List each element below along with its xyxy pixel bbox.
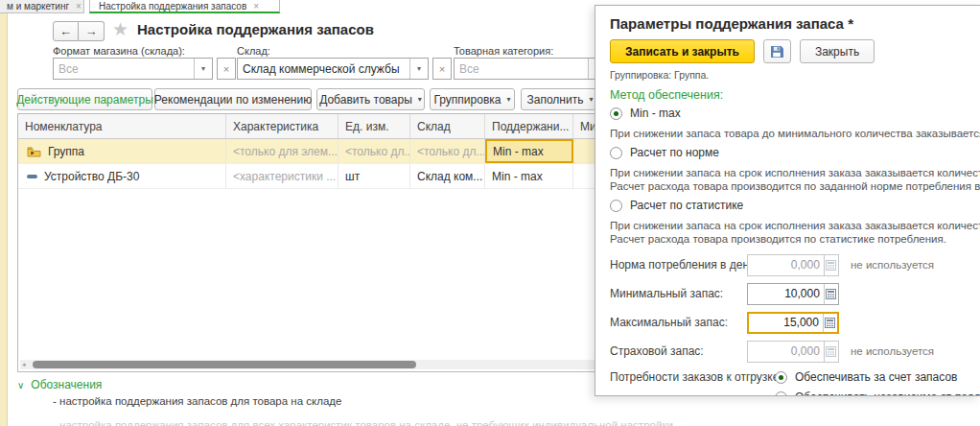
field-row-min-stock: Минимальный запас: — [610, 282, 980, 305]
radio-from-stock[interactable]: Обеспечивать за счет запасов — [775, 370, 957, 384]
app-window: м и маркетинг × Настройка поддержания за… — [0, 0, 980, 426]
cell-warehouse[interactable]: Склад ком... — [410, 164, 485, 188]
category-combo: ▾ — [454, 58, 607, 80]
store-format-combo: ▾ — [53, 58, 213, 80]
close-button[interactable]: Закрыть — [800, 39, 875, 63]
field-row-max-stock: Максимальный запас: — [610, 311, 980, 334]
cell-support-method[interactable]: Min - max — [485, 164, 573, 188]
chevron-down-icon[interactable]: ▾ — [409, 59, 428, 79]
current-params-button[interactable]: Действующие параметры — [17, 88, 152, 110]
table-row-device[interactable]: Устройство ДБ-30 <характеристики ... шт … — [18, 164, 597, 189]
stat-description-1: При снижении запаса на срок исполнения з… — [610, 219, 980, 232]
calculator-icon[interactable] — [824, 284, 838, 304]
safety-stock-input-box — [747, 341, 839, 363]
radio-icon[interactable] — [775, 391, 787, 397]
radio-norm[interactable]: Расчет по норме — [610, 146, 980, 159]
column-header-warehouse[interactable]: Склад — [410, 114, 485, 138]
warehouse-clear-button[interactable]: × — [432, 58, 452, 80]
tab-crm-marketing[interactable]: м и маркетинг × — [0, 0, 84, 13]
column-header-characteristic[interactable]: Характеристика — [226, 114, 338, 138]
tab-close-icon[interactable]: × — [76, 1, 82, 12]
legend-toggle[interactable]: ∨ Обозначения — [17, 378, 102, 391]
column-header-support[interactable]: Поддержани... — [485, 114, 573, 138]
save-and-close-button[interactable]: Записать и закрыть — [610, 39, 755, 63]
chevron-down-icon: ▾ — [418, 95, 422, 104]
store-format-label: Формат магазина (склада): — [53, 45, 185, 57]
favorite-star-icon[interactable]: ★ — [112, 18, 128, 40]
add-goods-button[interactable]: Добавить товары ▾ — [316, 88, 425, 110]
min-stock-input-box — [747, 283, 839, 305]
min-stock-input[interactable] — [748, 287, 824, 300]
safety-stock-input[interactable] — [748, 344, 824, 358]
back-button[interactable]: ← — [53, 21, 79, 41]
radio-selected-icon[interactable] — [610, 107, 622, 120]
tab-close-icon[interactable]: × — [253, 1, 259, 12]
daily-norm-input-box — [747, 254, 839, 276]
cell-nomenclature[interactable]: Устройство ДБ-30 — [18, 164, 226, 188]
not-used-note: не используется — [851, 345, 934, 357]
warehouse-label: Склад: — [237, 45, 270, 57]
cell-characteristic[interactable]: <характеристики ... — [226, 164, 338, 188]
store-format-input[interactable] — [54, 62, 194, 76]
radio-minmax[interactable]: Min - max — [610, 106, 980, 120]
method-section-label: Метод обеспечения: — [610, 88, 980, 102]
dialog-buttons: Записать и закрыть Закрыть — [610, 39, 980, 63]
shipment-needs-row-2: Обеспечивать независимо от поддержания — [610, 390, 980, 396]
radio-selected-icon[interactable] — [775, 371, 787, 384]
tab-crm-marketing-label: м и маркетинг — [7, 1, 69, 12]
max-stock-input-box — [747, 312, 839, 334]
cell-unit[interactable]: шт — [338, 164, 410, 188]
min-stock-label: Минимальный запас: — [610, 287, 747, 300]
column-header-nomenclature[interactable]: Номенклатура — [18, 114, 226, 138]
calculator-icon[interactable] — [823, 314, 837, 332]
page-title: Настройка поддержания запасов — [137, 21, 374, 37]
max-stock-label: Максимальный запас: — [610, 316, 747, 329]
not-used-note: не используется — [851, 259, 934, 271]
category-input[interactable] — [455, 62, 588, 76]
legend-title-label: Обозначения — [31, 378, 102, 391]
calculator-icon[interactable] — [824, 255, 838, 275]
cell-characteristic[interactable]: <только для элем... — [226, 139, 338, 163]
items-table: Номенклатура Характеристика Ед. изм. Скл… — [17, 113, 598, 372]
cell-warehouse[interactable]: <только дл... — [410, 139, 485, 163]
fill-button[interactable]: Заполнить ▾ — [521, 88, 599, 110]
grouping-button[interactable]: Группировка ▾ — [430, 88, 515, 110]
horizontal-scrollbar[interactable]: ◂ — [20, 360, 595, 369]
scroll-left-icon[interactable]: ◂ — [22, 361, 26, 368]
radio-icon[interactable] — [610, 147, 622, 159]
shipment-needs-label: Потребности заказов к отгрузке: — [610, 370, 775, 384]
cell-nomenclature[interactable]: Группа — [18, 139, 226, 163]
legend-item-2: - настройка поддержания запасов для всех… — [53, 419, 673, 426]
shipment-needs-row: Потребности заказов к отгрузке: Обеспечи… — [610, 370, 980, 384]
chevron-down-icon: ∨ — [17, 380, 24, 390]
warehouse-combo: ▾ — [237, 58, 429, 80]
tab-inventory-settings-label: Настройка поддержания запасов — [99, 1, 246, 12]
norm-description-1: При снижении запаса на срок исполнения з… — [610, 166, 980, 179]
table-row-group[interactable]: Группа <только для элем... <только дл...… — [18, 139, 597, 164]
radio-icon[interactable] — [610, 200, 622, 212]
chevron-down-icon[interactable]: ▾ — [194, 59, 212, 79]
scrollbar-thumb[interactable] — [33, 361, 416, 368]
radio-independent[interactable]: Обеспечивать независимо от поддержания — [775, 390, 980, 396]
warehouse-input[interactable] — [238, 62, 409, 76]
legend-item-1: - настройка поддержания запасов для това… — [53, 395, 341, 407]
floppy-disk-icon — [769, 44, 784, 59]
calculator-icon[interactable] — [824, 342, 838, 362]
max-stock-input[interactable] — [749, 316, 823, 329]
save-button[interactable] — [763, 39, 791, 63]
forward-button[interactable]: → — [79, 21, 105, 41]
grouping-note: Группировка: Группа. — [610, 69, 980, 81]
recommendations-button[interactable]: Рекомендации по изменению — [154, 88, 312, 110]
category-label: Товарная категория: — [454, 45, 553, 57]
collapsed-panel-strip[interactable] — [0, 13, 8, 426]
nav-history-group: ← → — [53, 21, 105, 41]
cell-unit[interactable]: <только дл... — [338, 139, 410, 163]
store-format-clear-button[interactable]: × — [217, 58, 236, 80]
daily-norm-input[interactable] — [748, 258, 824, 272]
radio-statistics[interactable]: Расчет по статистике — [610, 199, 980, 212]
dialog-title: Параметры поддержания запаса * — [610, 15, 980, 32]
stat-description-2: Расчет расхода товара производится по ст… — [610, 232, 980, 246]
column-header-unit[interactable]: Ед. изм. — [338, 114, 410, 138]
tab-inventory-settings[interactable]: Настройка поддержания запасов × — [89, 0, 280, 13]
cell-support-method-selected[interactable]: Min - max — [485, 139, 573, 163]
